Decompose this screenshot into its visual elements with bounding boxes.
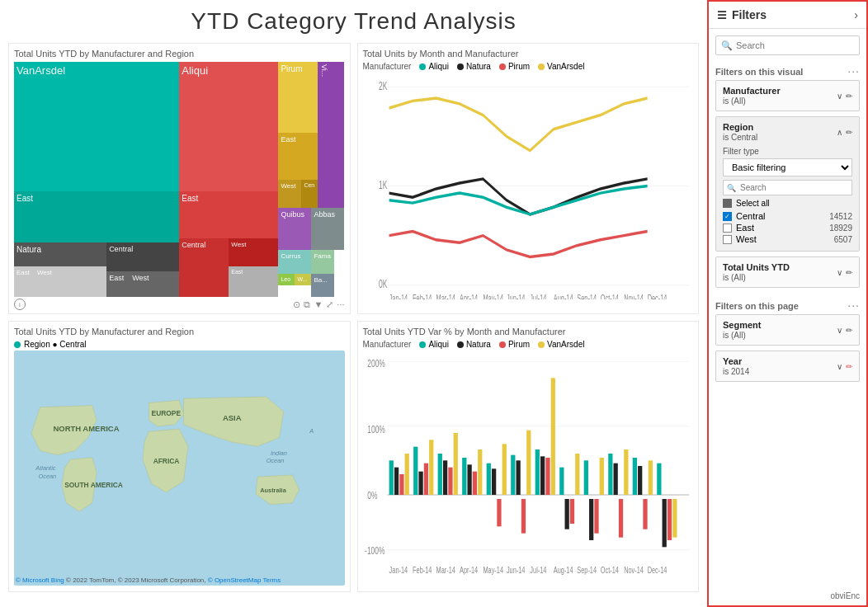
- expand-icon[interactable]: ⤢: [326, 299, 333, 310]
- svg-rect-83: [662, 499, 666, 547]
- region-filter-header[interactable]: Region is Central ∧ ✏: [723, 122, 852, 142]
- bar-legend-pirum: Pirum: [499, 340, 530, 349]
- filters-on-page-section: Filters on this page ··· Segment is (All…: [709, 296, 866, 387]
- treemap-cell-west[interactable]: East West: [106, 271, 179, 297]
- segment-filter-header[interactable]: Segment is (All) ∨ ✏: [723, 320, 852, 340]
- svg-rect-40: [399, 474, 403, 495]
- region-label: Region ● Central: [24, 340, 87, 349]
- central-checkbox[interactable]: ✓: [723, 212, 732, 221]
- year-chevron-icon[interactable]: ∨: [837, 362, 842, 371]
- west-label: West: [736, 234, 757, 244]
- treemap-cell-w[interactable]: W...: [295, 274, 311, 285]
- east-checkbox[interactable]: [723, 224, 732, 233]
- treemap-cell-central[interactable]: Central: [106, 242, 179, 271]
- manufacturer-filter-header[interactable]: Manufacturer is (All) ∨ ✏: [723, 86, 852, 106]
- central-count: 14512: [829, 212, 852, 221]
- filters-search-input[interactable]: [715, 35, 860, 55]
- total-units-chevron-icon[interactable]: ∨: [837, 268, 842, 277]
- year-clear-icon[interactable]: ✏: [846, 362, 852, 371]
- region-chevron-icon[interactable]: ∧: [837, 128, 842, 137]
- page-section-dots[interactable]: ···: [847, 299, 860, 312]
- svg-rect-55: [491, 468, 495, 495]
- svg-rect-71: [589, 499, 593, 540]
- segment-chevron-icon[interactable]: ∨: [837, 326, 842, 335]
- svg-rect-69: [575, 454, 579, 495]
- svg-text:ASIA: ASIA: [223, 413, 242, 422]
- svg-rect-66: [559, 468, 564, 495]
- map-credits: © Microsoft Bing © 2022 TomTom, © 2023 M…: [16, 576, 281, 584]
- region-search-input[interactable]: [723, 180, 852, 195]
- manufacturer-chevron-icon[interactable]: ∨: [837, 92, 842, 101]
- treemap-cell-aliqui-west[interactable]: West: [229, 238, 278, 266]
- year-filter-header[interactable]: Year is 2014 ∨ ✏: [723, 356, 852, 376]
- region-edit-icon[interactable]: ✏: [846, 128, 852, 137]
- page-section-header: Filters on this page ···: [715, 296, 860, 314]
- svg-text:1K: 1K: [378, 179, 387, 191]
- filter-lines-icon: ☰: [717, 9, 727, 21]
- svg-rect-50: [462, 458, 466, 495]
- info-icon[interactable]: i: [14, 299, 26, 310]
- treemap-cell-currus[interactable]: Currus: [278, 250, 311, 274]
- treemap-title: Total Units YTD by Manufacturer and Regi…: [14, 49, 345, 59]
- manufacturer-edit-icon[interactable]: ✏: [846, 92, 852, 101]
- treemap-cell-ba[interactable]: Ba...: [311, 274, 334, 298]
- svg-rect-44: [423, 463, 427, 495]
- panel-footer: obviEnc: [709, 586, 866, 605]
- filter-option-east: East 18929: [723, 223, 852, 233]
- treemap-cell-aliqui-east[interactable]: East: [179, 191, 278, 238]
- treemap-cell-leo[interactable]: Leo: [278, 274, 295, 285]
- segment-edit-icon[interactable]: ✏: [846, 326, 852, 335]
- filters-header: ☰ Filters ›: [709, 2, 866, 29]
- svg-text:Mar-14: Mar-14: [436, 564, 455, 575]
- world-map[interactable]: NORTH AMERICA SOUTH AMERICA EUROPE ASIA …: [14, 351, 345, 586]
- treemap-cell-east[interactable]: East: [14, 191, 179, 243]
- treemap-cell-vi[interactable]: Vi...: [318, 62, 344, 208]
- collapse-panel-icon[interactable]: ›: [854, 8, 858, 21]
- region-search-icon: 🔍: [727, 184, 736, 192]
- svg-text:Nov-14: Nov-14: [624, 294, 644, 299]
- treemap-cell-pirum-west[interactable]: West: [278, 180, 301, 208]
- filters-panel: ☰ Filters › 🔍 Filters on this visual ···…: [707, 0, 868, 607]
- svg-rect-51: [467, 464, 471, 495]
- treemap-cell-east-west[interactable]: East West: [14, 266, 106, 297]
- svg-text:Aug-14: Aug-14: [553, 294, 573, 299]
- svg-rect-79: [638, 466, 642, 495]
- copy-icon[interactable]: ⧉: [304, 299, 310, 310]
- svg-rect-59: [516, 460, 520, 495]
- total-units-edit-icon[interactable]: ✏: [846, 268, 852, 277]
- total-units-ytd-filter: Total Units YTD is (All) ∨ ✏: [715, 256, 860, 288]
- bar-chart-title: Total Units YTD Var % by Month and Manuf…: [363, 327, 694, 336]
- treemap-cell-quibus[interactable]: Quibus: [278, 208, 311, 250]
- filter-type-select[interactable]: Basic filtering: [723, 158, 852, 176]
- visual-section-dots[interactable]: ···: [847, 64, 860, 78]
- select-all-label: Select all: [736, 199, 770, 208]
- west-checkbox[interactable]: [723, 235, 732, 244]
- treemap-cell-east-bottom[interactable]: East: [229, 266, 278, 297]
- treemap-cell-aliqui-central[interactable]: Central: [179, 238, 229, 297]
- svg-rect-72: [594, 499, 598, 534]
- treemap-cell-abbas[interactable]: Abbas: [311, 208, 344, 250]
- total-units-ytd-header[interactable]: Total Units YTD is (All) ∨ ✏: [723, 262, 852, 282]
- legend-aliqui: Aliqui: [419, 62, 448, 71]
- treemap[interactable]: VanArsdel East Natura Central East West …: [14, 62, 345, 297]
- treemap-cell-pirum-east[interactable]: East: [278, 133, 318, 180]
- treemap-cell-aliqui[interactable]: Aliqui: [179, 62, 278, 191]
- segment-filter-icons: ∨ ✏: [837, 326, 852, 335]
- focus-icon[interactable]: ⊙: [293, 299, 300, 310]
- select-all-option[interactable]: Select all: [723, 199, 852, 208]
- svg-rect-60: [521, 499, 525, 534]
- svg-text:Australia: Australia: [260, 487, 286, 494]
- svg-rect-78: [632, 458, 636, 495]
- region-filter-icons: ∧ ✏: [837, 128, 852, 137]
- treemap-cell-fama[interactable]: Fama: [311, 250, 334, 274]
- filter-icon[interactable]: ▼: [314, 299, 323, 310]
- treemap-cell-pirum[interactable]: Pirum: [278, 62, 318, 133]
- treemap-cell-vanarsdel[interactable]: VanArsdel: [14, 62, 179, 191]
- line-chart-title: Total Units by Month and Manufacturer: [363, 49, 694, 59]
- more-icon[interactable]: ···: [337, 299, 344, 310]
- treemap-cell-pirum-cen[interactable]: Cen: [301, 180, 318, 208]
- select-all-checkbox[interactable]: [723, 199, 732, 208]
- total-units-ytd-name: Total Units YTD: [723, 262, 790, 272]
- map-svg: NORTH AMERICA SOUTH AMERICA EUROPE ASIA …: [14, 351, 345, 586]
- svg-text:Jan-14: Jan-14: [389, 564, 408, 575]
